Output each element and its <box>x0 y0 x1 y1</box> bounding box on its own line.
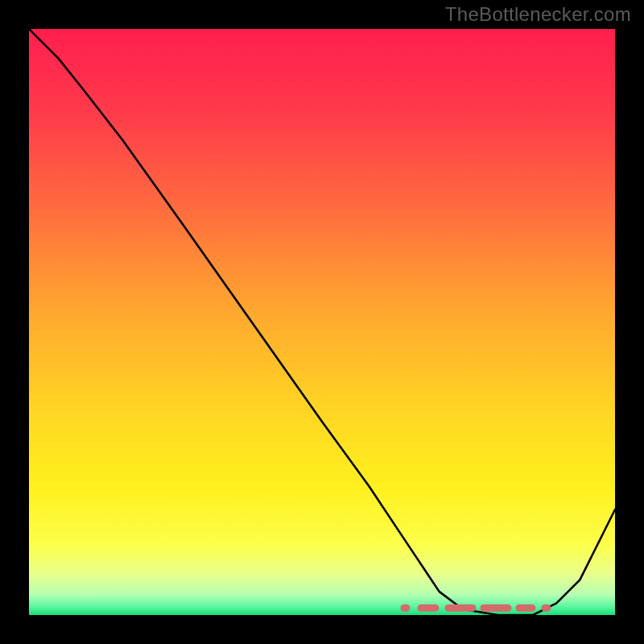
chart-svg <box>29 29 615 615</box>
gradient-background <box>29 29 615 615</box>
plot-area <box>29 29 615 615</box>
chart-container: TheBottlenecker.com <box>0 0 644 644</box>
watermark-text: TheBottlenecker.com <box>445 3 631 26</box>
